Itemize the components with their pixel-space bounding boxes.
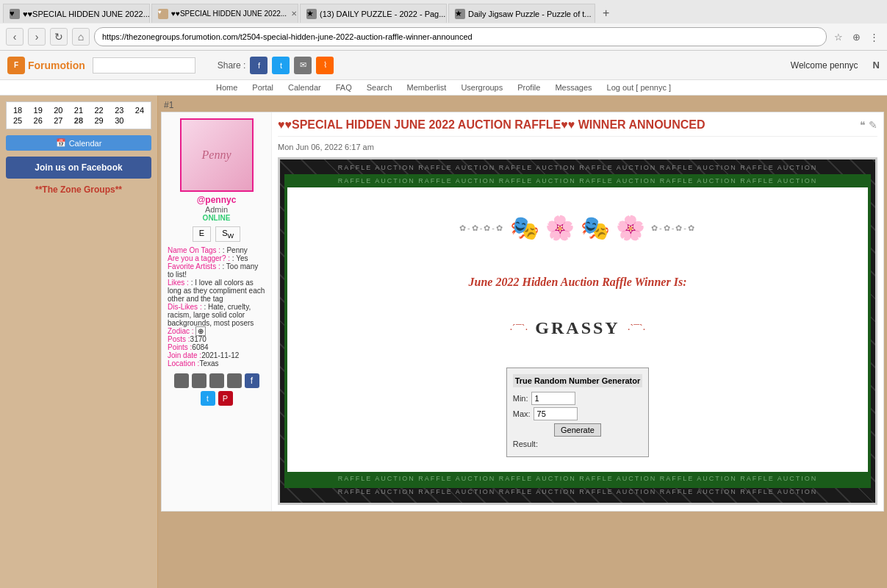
nav-usergroups[interactable]: Usergroups — [461, 83, 503, 92]
calendar-row-2: 25 26 27 28 29 30 — [10, 115, 148, 126]
new-tab-button[interactable]: + — [597, 5, 615, 21]
username[interactable]: @pennyc — [168, 195, 265, 205]
tagger-value: : Yes — [232, 254, 248, 262]
share-label: Share : — [218, 60, 246, 71]
post-number: #1 — [161, 98, 884, 112]
nav-portal[interactable]: Portal — [252, 83, 273, 92]
main-layout: 18 19 20 21 22 23 24 25 26 27 28 29 30 📅… — [0, 96, 887, 588]
share-twitter-button[interactable]: t — [272, 57, 290, 74]
pinterest-icon[interactable]: P — [218, 391, 233, 406]
settings-icon[interactable]: ⋮ — [866, 29, 881, 44]
cal-29: 29 — [91, 115, 107, 126]
join-date-value: 2021-11-12 — [201, 351, 239, 359]
winner-dots-left: ·´¯`· — [509, 323, 528, 334]
cal-21: 21 — [71, 105, 87, 115]
post-date: Mon Jun 06, 2022 6:17 am — [278, 143, 877, 151]
email-icon[interactable] — [209, 373, 224, 388]
join-facebook-button[interactable]: Join us on Facebook — [6, 157, 151, 179]
address-bar-icons: ☆ ⊕ ⋮ — [831, 29, 881, 44]
avatar-frame: Penny — [180, 118, 254, 192]
tab-3[interactable]: ★ (13) DAILY PUZZLE - 2022 - Pag... ✕ — [300, 4, 447, 23]
emoji-1: 🎭 — [510, 214, 539, 242]
nav-search[interactable]: Search — [367, 83, 392, 92]
raffle-outer-border: RAFFLE AUCTION RAFFLE AUCTION RAFFLE AUC… — [278, 157, 877, 505]
dislikes-label: Dis-Likes : — [168, 303, 204, 311]
nav-home[interactable]: Home — [216, 83, 237, 92]
address-input[interactable] — [94, 27, 827, 46]
rng-min-input[interactable] — [531, 392, 575, 405]
zone-groups-label: **The Zone Groups** — [6, 184, 151, 195]
calendar-button[interactable]: 📅 Calendar — [6, 135, 151, 151]
raffle-winner-label: June 2022 Hidden Auction Raffle Winner I… — [469, 276, 687, 289]
tab-close-2[interactable]: ✕ — [291, 10, 297, 18]
e-button[interactable]: E — [193, 226, 211, 242]
search-input[interactable] — [93, 57, 195, 74]
raffle-decorations: ✿-✿-✿-✿ 🎭 🌸 🎭 🌸 ✿-✿-✿-✿ — [459, 214, 696, 242]
nav-faq[interactable]: FAQ — [336, 83, 352, 92]
location-value: Texas — [199, 359, 218, 368]
points-value: 6084 — [192, 343, 208, 351]
tab-2[interactable]: ♥ ♥♥SPECIAL HIDDEN JUNE 2022... ✕ — [151, 4, 298, 23]
quote-icon[interactable]: ❝ — [860, 119, 866, 131]
cal-30: 30 — [111, 115, 127, 126]
emoji-2: 🌸 — [545, 214, 575, 242]
posts-value: 3170 — [190, 335, 207, 343]
tab-title-4: Daily Jigsaw Puzzle - Puzzle of t... — [468, 10, 592, 18]
nav-memberlist[interactable]: Memberlist — [407, 83, 447, 92]
sw-button[interactable]: SW — [215, 226, 240, 242]
nav-bar: Home Portal Calendar FAQ Search Memberli… — [0, 80, 887, 96]
tab-1[interactable]: ♥ ♥♥SPECIAL HIDDEN JUNE 2022... ✕ — [3, 4, 150, 23]
share-area: Share : f t ✉ ⌇ — [218, 57, 334, 74]
raffle-border-text-top: RAFFLE AUCTION RAFFLE AUCTION RAFFLE AUC… — [284, 164, 871, 171]
calendar-icon: 📅 — [56, 138, 66, 148]
zodiac-label: Zodiac : — [168, 327, 194, 335]
cal-20: 20 — [50, 105, 66, 115]
name-on-tags-value: : Penny — [223, 246, 248, 254]
browser-chrome: ♥ ♥♥SPECIAL HIDDEN JUNE 2022... ✕ ♥ ♥♥SP… — [0, 0, 887, 51]
back-button[interactable]: ‹ — [6, 28, 24, 46]
tab-favicon-2: ♥ — [158, 9, 168, 19]
pm-icon[interactable] — [192, 373, 207, 388]
twitter-icon[interactable]: t — [201, 391, 215, 406]
rng-generate-button[interactable]: Generate — [554, 423, 601, 437]
calendar-btn-label: Calendar — [69, 139, 102, 148]
content-area: #1 Penny @pennyc Admin ONLINE E SW Name … — [158, 96, 887, 588]
join-date-label: Join date : — [168, 351, 201, 359]
nav-calendar[interactable]: Calendar — [288, 83, 321, 92]
cal-22: 22 — [91, 105, 107, 115]
rng-max-input[interactable] — [534, 407, 578, 420]
cal-23: 23 — [111, 105, 127, 115]
winner-dots-right: ·`¯`· — [628, 323, 646, 334]
emoji-3: 🎭 — [581, 214, 610, 242]
cal-25: 25 — [10, 115, 26, 126]
share-rss-button[interactable]: ⌇ — [316, 57, 334, 74]
winner-name: GRASSY — [535, 318, 620, 338]
edit-icon[interactable]: ✎ — [869, 119, 877, 131]
zoom-icon[interactable]: ⊕ — [849, 29, 863, 44]
raffle-border-text-bottom: RAFFLE AUCTION RAFFLE AUCTION RAFFLE AUC… — [287, 475, 868, 482]
profile-icon[interactable] — [174, 373, 189, 388]
bookmark-icon[interactable]: ☆ — [831, 29, 846, 44]
name-on-tags-label: Name On Tags : — [168, 246, 223, 254]
nav-logout[interactable]: Log out [ pennyc ] — [607, 83, 671, 92]
post-title-area: ♥♥SPECIAL HIDDEN JUNE 2022 AUCTION RAFFL… — [278, 118, 877, 137]
home-button[interactable]: ⌂ — [72, 28, 90, 46]
points-label: Points : — [168, 343, 192, 351]
raffle-border-text-outer-bottom: RAFFLE AUCTION RAFFLE AUCTION RAFFLE AUC… — [284, 488, 871, 495]
notifications-icon[interactable]: N — [873, 60, 880, 71]
website-icon[interactable] — [227, 373, 242, 388]
forumotion-logo[interactable]: F Forumotion — [7, 57, 85, 74]
cal-19: 19 — [30, 105, 46, 115]
nav-profile[interactable]: Profile — [517, 83, 540, 92]
facebook-user-icon[interactable]: f — [245, 373, 259, 388]
emoji-4: 🌸 — [616, 214, 645, 242]
forward-button[interactable]: › — [28, 28, 46, 46]
cal-18: 18 — [10, 105, 26, 115]
site-header: F Forumotion Share : f t ✉ ⌇ Welcome pen… — [0, 51, 887, 80]
tab-4[interactable]: ★ Daily Jigsaw Puzzle - Puzzle of t... ✕ — [448, 4, 595, 23]
tab-bar: ♥ ♥♥SPECIAL HIDDEN JUNE 2022... ✕ ♥ ♥♥SP… — [0, 0, 887, 24]
share-email-button[interactable]: ✉ — [294, 57, 312, 74]
share-facebook-button[interactable]: f — [250, 57, 267, 74]
nav-messages[interactable]: Messages — [555, 83, 592, 92]
refresh-button[interactable]: ↻ — [50, 28, 68, 46]
